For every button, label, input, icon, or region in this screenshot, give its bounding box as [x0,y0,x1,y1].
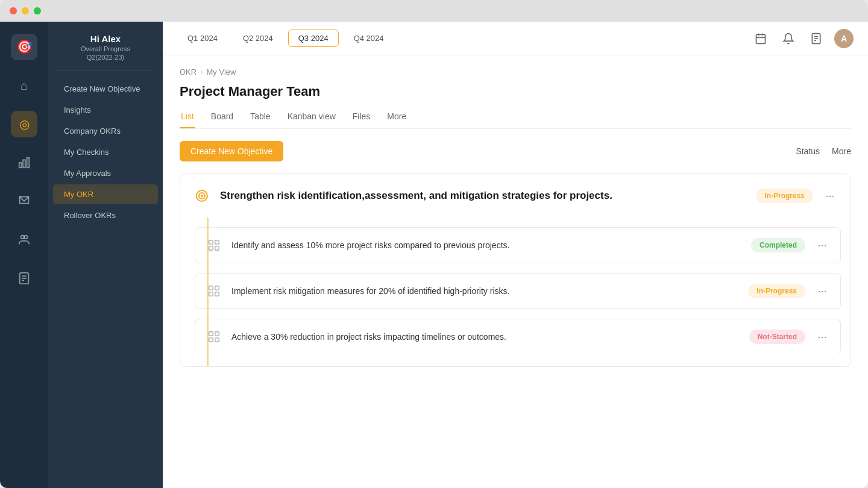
tab-board[interactable]: Board [210,108,234,128]
sidebar-icon-report[interactable] [11,265,37,292]
status-label[interactable]: Status [796,146,820,156]
quarter-tab-q4[interactable]: Q4 2024 [344,30,394,47]
svg-rect-25 [215,286,219,290]
kr-more-button-1[interactable]: ··· [814,237,831,254]
app-body: 🎯 ⌂ ◎ Hi Alex Overall Progress Q2(2022-2… [0,22,868,488]
tab-table[interactable]: Table [249,108,271,128]
topbar-actions: A [751,29,854,48]
breadcrumb-okr[interactable]: OKR [180,67,197,77]
kr-status-3: Not-Started [749,330,805,344]
breadcrumb-separator: › [200,67,203,77]
quarter-tabs: Q1 2024 Q2 2024 Q3 2024 Q4 2024 [177,30,394,47]
calendar-icon[interactable] [751,29,770,48]
key-results-list-1: Identify and assess 10% more project ris… [180,217,851,366]
svg-rect-27 [215,292,219,296]
logo-icon: 🎯 [16,39,33,55]
user-avatar[interactable]: A [834,29,854,48]
kr-more-button-2[interactable]: ··· [814,283,831,299]
sidebar-icon-team[interactable] [11,227,37,253]
main-sidebar: Hi Alex Overall Progress Q2(2022-23) Cre… [48,22,163,488]
breadcrumb: OKR › My View [180,67,851,77]
objective-title-1: Strengthen risk identification,assessmen… [220,189,747,203]
objective-more-button-1[interactable]: ··· [822,187,838,204]
svg-rect-1 [23,160,25,167]
sidebar-period: Q2(2022-23) [58,54,153,61]
actions-row: Create New Objective Status More [180,141,851,161]
svg-rect-23 [215,246,219,250]
svg-rect-0 [19,163,22,167]
close-dot[interactable] [10,7,17,14]
kr-title-2: Implement risk mitigation measures for 2… [231,286,740,296]
svg-rect-30 [209,338,213,342]
sidebar-item-insights[interactable]: Insights [53,100,158,120]
sidebar-item-my-checkins[interactable]: My Checkins [53,142,158,162]
bell-icon[interactable] [779,29,798,48]
app-logo: 🎯 [11,34,37,60]
sidebar-item-my-approvals[interactable]: My Approvals [53,163,158,183]
svg-rect-22 [209,246,213,250]
titlebar [0,0,868,22]
kr-icon-2 [205,282,223,300]
sidebar-progress: Overall Progress [58,45,153,52]
sidebar-item-my-okr[interactable]: My OKR [53,184,158,204]
objective-card-1: Strengthen risk identification,assessmen… [180,174,851,367]
sidebar-icon-home[interactable]: ⌂ [11,72,37,99]
tab-kanban[interactable]: Kanban view [286,108,337,128]
sidebar-icon-message[interactable] [11,188,37,214]
app-window: 🎯 ⌂ ◎ Hi Alex Overall Progress Q2(2022-2… [0,0,868,488]
kr-title-3: Achieve a 30% reduction in project risks… [231,332,741,342]
doc-icon[interactable] [807,29,826,48]
icon-sidebar: 🎯 ⌂ ◎ [0,22,48,488]
svg-rect-9 [756,34,766,43]
sidebar-item-create-new-objective[interactable]: Create New Objective [53,79,158,99]
view-tabs: List Board Table Kanban view Files More [180,108,851,129]
kr-item-2: Implement risk mitigation measures for 2… [195,273,841,309]
quarter-tab-q2[interactable]: Q2 2024 [233,30,283,47]
tab-more[interactable]: More [386,108,407,128]
maximize-dot[interactable] [34,7,41,14]
svg-rect-24 [209,286,213,290]
more-label[interactable]: More [832,146,851,156]
objective-header-1: Strengthen risk identification,assessmen… [180,174,851,217]
svg-point-19 [201,195,203,196]
kr-title-1: Identify and assess 10% more project ris… [231,240,743,250]
kr-icon-3 [205,328,223,346]
objective-target-icon [192,186,212,205]
breadcrumb-myview[interactable]: My View [207,67,236,77]
minimize-dot[interactable] [22,7,29,14]
sidebar-icon-chart[interactable] [11,149,37,176]
quarter-tab-q3[interactable]: Q3 2024 [288,30,339,47]
svg-rect-2 [27,158,30,168]
sidebar-username: Hi Alex [58,34,153,44]
tab-files[interactable]: Files [351,108,372,128]
kr-item-1: Identify and assess 10% more project ris… [195,227,841,263]
sidebar-icon-okr[interactable]: ◎ [11,111,37,137]
svg-point-4 [24,236,28,239]
topbar: Q1 2024 Q2 2024 Q3 2024 Q4 2024 A [163,22,868,55]
kr-status-1: Completed [751,238,805,252]
main-content: Q1 2024 Q2 2024 Q3 2024 Q4 2024 A [163,22,868,488]
sidebar-nav: Create New Objective Insights Company OK… [48,71,163,233]
svg-rect-28 [209,332,213,336]
page-title: Project Manager Team [180,84,851,99]
kr-status-2: In-Progress [748,284,805,298]
kr-icon-1 [205,236,223,254]
quarter-tab-q1[interactable]: Q1 2024 [177,30,228,47]
svg-rect-20 [209,240,213,244]
svg-rect-31 [215,338,219,342]
sidebar-item-company-okrs[interactable]: Company OKRs [53,121,158,141]
content-area: OKR › My View Project Manager Team List … [163,55,868,488]
svg-rect-21 [215,240,219,244]
tab-list[interactable]: List [180,108,195,128]
sidebar-header: Hi Alex Overall Progress Q2(2022-23) [48,22,163,70]
svg-rect-26 [209,292,213,296]
svg-rect-29 [215,332,219,336]
kr-item-3: Achieve a 30% reduction in project risks… [195,319,841,354]
actions-right: Status More [796,146,851,156]
sidebar-item-rollover-okrs[interactable]: Rollover OKRs [53,205,158,225]
kr-more-button-3[interactable]: ··· [814,328,831,345]
objective-status-1: In-Progress [756,189,813,203]
create-new-objective-button[interactable]: Create New Objective [180,141,283,161]
